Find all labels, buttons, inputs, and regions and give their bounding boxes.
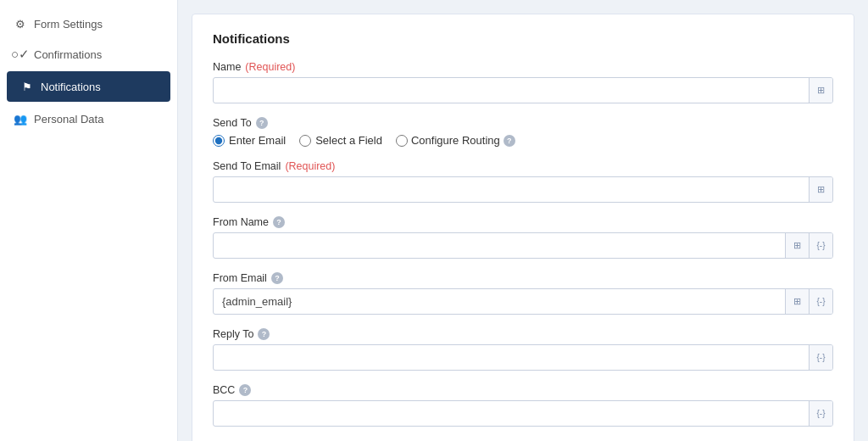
- radio-select-field[interactable]: Select a Field: [299, 134, 382, 147]
- send-to-email-input[interactable]: [214, 177, 809, 202]
- from-email-merge-btn[interactable]: {-}: [809, 289, 832, 314]
- send-to-email-input-wrapper: ⊞: [213, 176, 833, 203]
- reply-to-help-icon[interactable]: ?: [258, 328, 270, 340]
- sidebar: ⚙ Form Settings ○✓ Confirmations ⚑ Notif…: [0, 0, 178, 441]
- bcc-input-wrapper: {-}: [213, 400, 833, 427]
- sidebar-item-label: Personal Data: [34, 113, 103, 126]
- radio-configure-routing[interactable]: Configure Routing ?: [396, 134, 515, 147]
- from-email-tag-btn[interactable]: ⊞: [785, 289, 809, 314]
- gear-icon: ⚙: [14, 17, 27, 31]
- radio-enter-email[interactable]: Enter Email: [213, 134, 286, 147]
- name-required: (Required): [245, 61, 295, 73]
- from-name-tag-btn[interactable]: ⊞: [785, 233, 809, 258]
- flag-icon: ⚑: [20, 80, 34, 93]
- check-circle-icon: ○✓: [14, 47, 27, 61]
- send-to-radio-group: Enter Email Select a Field Configure Rou…: [213, 134, 833, 147]
- bcc-group: BCC ? {-}: [213, 384, 833, 427]
- sidebar-item-personal-data[interactable]: 👥 Personal Data: [0, 103, 177, 134]
- reply-to-input-wrapper: {-}: [213, 344, 833, 371]
- tag-icon: ⊞: [793, 240, 801, 251]
- from-email-input[interactable]: [214, 289, 785, 314]
- from-name-help-icon[interactable]: ?: [273, 216, 285, 228]
- name-label: Name (Required): [213, 61, 833, 73]
- sidebar-item-confirmations[interactable]: ○✓ Confirmations: [0, 39, 177, 70]
- from-email-input-wrapper: ⊞ {-}: [213, 288, 833, 315]
- reply-to-label: Reply To ?: [213, 328, 833, 340]
- sidebar-item-label: Notifications: [41, 81, 101, 93]
- name-input-wrapper: ⊞: [213, 77, 833, 103]
- send-to-email-required: (Required): [285, 160, 335, 172]
- tag-icon: ⊞: [817, 184, 825, 195]
- select-field-label: Select a Field: [315, 134, 382, 147]
- bcc-help-icon[interactable]: ?: [239, 384, 251, 396]
- from-name-merge-btn[interactable]: {-}: [809, 233, 832, 258]
- bcc-merge-btn[interactable]: {-}: [809, 401, 832, 426]
- sidebar-item-label: Form Settings: [34, 18, 103, 31]
- reply-to-merge-btn[interactable]: {-}: [809, 345, 832, 370]
- send-to-email-label: Send To Email (Required): [213, 160, 833, 172]
- reply-to-group: Reply To ? {-}: [213, 328, 833, 371]
- tag-icon: ⊞: [817, 85, 825, 96]
- from-email-help-icon[interactable]: ?: [271, 272, 283, 284]
- merge-icon: {-}: [816, 297, 825, 306]
- notifications-panel: Notifications Name (Required) ⊞ Send To …: [192, 14, 854, 441]
- sidebar-item-notifications[interactable]: ⚑ Notifications: [7, 71, 170, 102]
- tag-icon: ⊞: [793, 296, 801, 307]
- sidebar-item-label: Confirmations: [34, 48, 102, 61]
- from-email-label: From Email ?: [213, 272, 833, 284]
- bcc-input[interactable]: [214, 401, 809, 426]
- from-name-input-wrapper: ⊞ {-}: [213, 232, 833, 259]
- bcc-label: BCC ?: [213, 384, 833, 396]
- send-to-email-tag-btn[interactable]: ⊞: [809, 177, 832, 202]
- name-group: Name (Required) ⊞: [213, 61, 833, 103]
- name-input[interactable]: [214, 78, 809, 103]
- from-email-group: From Email ? ⊞ {-}: [213, 272, 833, 315]
- people-icon: 👥: [14, 112, 27, 126]
- configure-routing-help-icon[interactable]: ?: [504, 135, 515, 147]
- send-to-email-group: Send To Email (Required) ⊞: [213, 160, 833, 203]
- name-tag-btn[interactable]: ⊞: [809, 78, 832, 103]
- from-name-label: From Name ?: [213, 216, 833, 228]
- merge-icon: {-}: [816, 353, 825, 362]
- merge-icon: {-}: [816, 241, 825, 250]
- enter-email-label: Enter Email: [229, 134, 286, 147]
- send-to-help-icon[interactable]: ?: [256, 117, 268, 129]
- main-content: Notifications Name (Required) ⊞ Send To …: [178, 0, 868, 441]
- panel-title: Notifications: [213, 31, 833, 46]
- send-to-group: Send To ? Enter Email Select a Field Con…: [213, 117, 833, 147]
- merge-icon: {-}: [816, 409, 825, 418]
- from-name-input[interactable]: [214, 233, 785, 258]
- from-name-group: From Name ? ⊞ {-}: [213, 216, 833, 259]
- sidebar-item-form-settings[interactable]: ⚙ Form Settings: [0, 8, 177, 39]
- configure-routing-label: Configure Routing: [411, 134, 500, 147]
- send-to-label: Send To ?: [213, 117, 833, 129]
- reply-to-input[interactable]: [214, 345, 809, 370]
